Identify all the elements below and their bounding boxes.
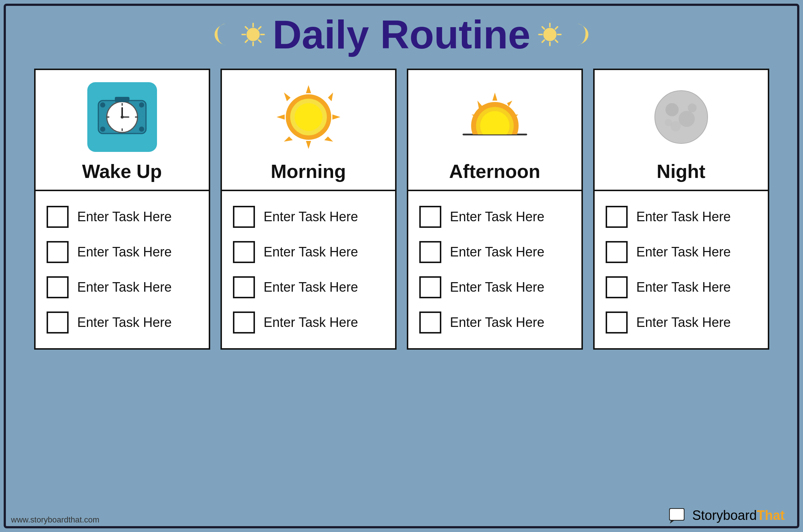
clock-bg xyxy=(87,82,157,152)
svg-point-19 xyxy=(100,102,105,108)
clock-svg xyxy=(95,90,150,145)
svg-point-20 xyxy=(139,102,144,108)
wake-up-icon xyxy=(85,80,159,154)
storyboard-icon xyxy=(668,505,689,525)
footer-url: www.storyboardthat.com xyxy=(11,515,99,525)
branding: StoryboardThat xyxy=(668,505,785,525)
svg-rect-62 xyxy=(670,509,684,520)
branding-text: StoryboardThat xyxy=(692,508,785,523)
branding-first: Storyboard xyxy=(692,508,757,523)
branding-second: That xyxy=(757,508,785,523)
svg-point-21 xyxy=(100,127,105,132)
svg-point-31 xyxy=(121,116,124,119)
svg-rect-32 xyxy=(115,97,129,102)
svg-point-22 xyxy=(139,127,144,132)
